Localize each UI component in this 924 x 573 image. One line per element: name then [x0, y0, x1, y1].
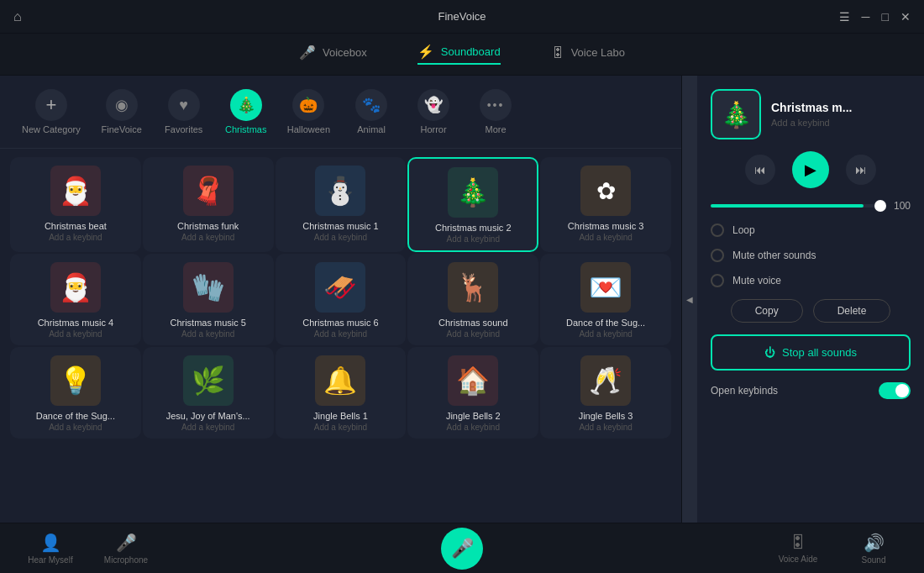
sound-name-15: Jingle Bells 3 — [579, 411, 633, 421]
stop-all-sounds-button[interactable]: ⏻ Stop all sounds — [711, 334, 911, 371]
copy-button[interactable]: Copy — [731, 299, 803, 323]
category-animal-label: Animal — [357, 124, 386, 134]
sound-name-12: Jesu, Joy of Man's... — [166, 411, 250, 421]
category-animal[interactable]: 🐾 Animal — [342, 84, 401, 139]
sound-card-4[interactable]: 🎄 Christmas music 2 Add a keybind — [407, 157, 538, 252]
voicebox-icon: 🎤 — [299, 45, 316, 60]
tab-voicelabo[interactable]: 🎛 Voice Labo — [551, 45, 625, 64]
volume-row: 100 — [711, 200, 911, 212]
loop-toggle[interactable] — [711, 223, 724, 237]
sound-icon-15: 🥂 — [580, 355, 631, 406]
sound-name-7: Christmas music 5 — [170, 318, 245, 328]
selected-sound-name: Christmas m... — [771, 101, 852, 114]
sound-card-6[interactable]: 🎅 Christmas music 4 Add a keybind — [10, 254, 141, 345]
halloween-icon: 🎃 — [292, 89, 324, 121]
sound-card-1[interactable]: 🎅 Christmas beat Add a keybind — [10, 157, 141, 252]
sound-card-12[interactable]: 🌿 Jesu, Joy of Man's... Add a keybind — [143, 347, 274, 439]
tab-soundboard[interactable]: ⚡ Soundboard — [417, 44, 501, 65]
stop-all-label: Stop all sounds — [782, 346, 857, 359]
sound-icon-13: 🔔 — [315, 355, 365, 406]
sound-keybind-10: Add a keybind — [579, 329, 632, 339]
sound-grid: 🎅 Christmas beat Add a keybind 🧣 Christm… — [0, 149, 681, 447]
category-bar: + New Category ◉ FineVoice ♥ Favorites 🎄… — [0, 76, 681, 149]
sound-keybind-8: Add a keybind — [314, 329, 367, 339]
voice-aide-label: Voice Aide — [779, 555, 818, 564]
hear-myself-icon: 👤 — [40, 533, 61, 553]
sound-icon-12: 🌿 — [183, 355, 234, 406]
app-title: FineVoice — [438, 10, 486, 23]
bottom-sound[interactable]: 🔊 Sound — [848, 533, 899, 565]
sound-card-14[interactable]: 🏠 Jingle Bells 2 Add a keybind — [407, 347, 538, 439]
selected-sound-thumb: 🎄 — [711, 89, 761, 139]
sound-card-9[interactable]: 🦌 Christmas sound Add a keybind — [407, 254, 538, 345]
panel-toggle[interactable]: ◀ — [682, 76, 697, 523]
category-new[interactable]: + New Category — [13, 84, 89, 139]
category-christmas-label: Christmas — [225, 124, 267, 134]
category-horror-label: Horror — [420, 124, 446, 134]
horror-icon: 👻 — [417, 89, 449, 121]
category-finevoice-label: FineVoice — [102, 124, 142, 134]
sound-keybind-5: Add a keybind — [579, 233, 632, 242]
sound-card-13[interactable]: 🔔 Jingle Bells 1 Add a keybind — [276, 347, 407, 439]
voicelabo-icon: 🎛 — [551, 45, 564, 60]
sound-icon-5: ✿ — [580, 166, 631, 216]
category-christmas[interactable]: 🎄 Christmas — [217, 84, 276, 139]
selected-sound-keybind[interactable]: Add a keybind — [771, 118, 852, 128]
action-row: Copy Delete — [711, 299, 911, 323]
sound-card-2[interactable]: 🧣 Christmas funk Add a keybind — [143, 157, 274, 252]
sound-card-7[interactable]: 🧤 Christmas music 5 Add a keybind — [143, 254, 274, 345]
category-favorites[interactable]: ♥ Favorites — [155, 84, 213, 139]
sound-card-10[interactable]: 💌 Dance of the Sug... Add a keybind — [540, 254, 671, 345]
category-halloween-label: Halloween — [287, 124, 330, 134]
sound-keybind-7: Add a keybind — [181, 329, 234, 339]
sound-icon-9: 🦌 — [448, 262, 498, 313]
home-icon[interactable]: ⌂ — [13, 9, 22, 24]
sound-icon: 🔊 — [864, 533, 885, 553]
delete-button[interactable]: Delete — [813, 299, 891, 323]
open-keybinds-label: Open keybinds — [711, 385, 778, 397]
category-new-label: New Category — [22, 124, 81, 134]
keybinds-toggle[interactable] — [879, 382, 911, 399]
sound-icon-4: 🎄 — [448, 167, 498, 218]
tab-voicebox[interactable]: 🎤 Voicebox — [299, 45, 367, 64]
bottom-voice-aide[interactable]: 🎛 Voice Aide — [773, 533, 823, 565]
category-favorites-label: Favorites — [165, 124, 202, 134]
volume-thumb[interactable] — [874, 200, 886, 212]
category-more[interactable]: ••• More — [466, 84, 525, 139]
category-horror[interactable]: 👻 Horror — [404, 84, 463, 139]
bottom-bar: 👤 Hear Myself 🎤 Microphone 🎤 🎛 Voice Aid… — [0, 523, 924, 573]
maximize-button[interactable]: □ — [882, 10, 889, 24]
sound-card-8[interactable]: 🛷 Christmas music 6 Add a keybind — [276, 254, 407, 345]
mute-voice-toggle[interactable] — [711, 274, 724, 287]
bottom-microphone[interactable]: 🎤 Microphone — [101, 533, 151, 565]
keybinds-row: Open keybinds — [711, 382, 911, 399]
minimize-button[interactable]: ─ — [862, 10, 870, 24]
close-button[interactable]: ✕ — [900, 10, 911, 24]
sound-keybind-2: Add a keybind — [181, 233, 234, 242]
sound-card-3[interactable]: ⛄ Christmas music 1 Add a keybind — [276, 157, 407, 252]
stop-icon: ⏻ — [764, 346, 775, 359]
bottom-hear-myself[interactable]: 👤 Hear Myself — [25, 533, 76, 565]
mic-center-icon: 🎤 — [451, 538, 474, 560]
loop-toggle-row: Loop — [711, 223, 911, 237]
play-button[interactable]: ▶ — [792, 151, 829, 188]
fast-forward-button[interactable]: ⏭ — [846, 155, 876, 185]
sound-card-11[interactable]: 💡 Dance of the Sug... Add a keybind — [10, 347, 141, 439]
hamburger-icon[interactable]: ☰ — [839, 10, 850, 24]
selected-sound-info: 🎄 Christmas m... Add a keybind — [711, 89, 911, 139]
rewind-button[interactable]: ⏮ — [745, 155, 775, 185]
loop-label: Loop — [732, 224, 755, 236]
volume-slider[interactable] — [711, 204, 880, 208]
sound-card-5[interactable]: ✿ Christmas music 3 Add a keybind — [540, 157, 671, 252]
mute-other-toggle[interactable] — [711, 249, 724, 262]
category-halloween[interactable]: 🎃 Halloween — [279, 84, 339, 139]
tab-soundboard-label: Soundboard — [441, 45, 501, 58]
sound-card-15[interactable]: 🥂 Jingle Bells 3 Add a keybind — [540, 347, 671, 439]
mic-center-button[interactable]: 🎤 — [441, 528, 483, 570]
sound-keybind-3: Add a keybind — [314, 233, 367, 242]
sound-name-6: Christmas music 4 — [38, 318, 113, 328]
category-finevoice[interactable]: ◉ FineVoice — [92, 84, 151, 139]
finevoice-icon: ◉ — [106, 89, 138, 121]
sound-keybind-12: Add a keybind — [181, 423, 234, 432]
microphone-label: Microphone — [104, 555, 148, 565]
